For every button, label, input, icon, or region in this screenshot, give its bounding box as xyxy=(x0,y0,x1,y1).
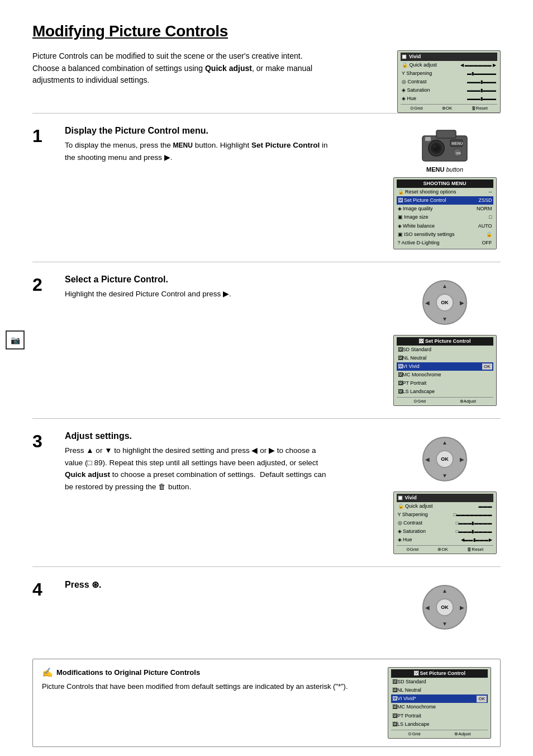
lcd-image-size: ▣ Image size □ xyxy=(397,213,493,221)
intro-text-block: Picture Controls can be modified to suit… xyxy=(32,50,386,103)
dpad-control: ▲ ▼ ◀ ▶ OK xyxy=(422,280,467,325)
step3-sharpening: Y Sharpening □▬▬▬▬▬▬▬▬ xyxy=(397,511,493,519)
step-1-number: 1 xyxy=(32,126,55,145)
dpad-arrow-right-4: ▶ xyxy=(460,604,464,611)
intro-paragraph: Picture Controls can be modified to suit… xyxy=(32,50,323,87)
sidebar-camera-icon: 📷 xyxy=(6,330,25,349)
dpad-control-4: ▲ ▼ ◀ ▶ OK xyxy=(422,585,467,630)
note-portrait: 🖼PT Portrait xyxy=(391,712,488,720)
dpad-arrow-right: ▶ xyxy=(460,299,464,305)
dpad-arrow-right-3: ▶ xyxy=(460,456,464,462)
step-1-images: MENU OK MENU button SHOOTING MENU 🔒 Rese… xyxy=(389,126,501,249)
step-2-content: Select a Picture Control. Highlight the … xyxy=(65,275,379,300)
note-text-block: ✍ Modifications to Original Picture Cont… xyxy=(42,667,377,692)
note-lcd-bottom: ⊙Grid ⊛Adjust xyxy=(391,730,488,736)
note-standard: 🖼SD Standard xyxy=(391,678,488,686)
lcd-row-sharpening: Y Sharpening ▬▮▬▬▬▬▬ xyxy=(401,69,497,78)
dpad-arrow-up-4: ▲ xyxy=(442,588,448,594)
step-4-title: Press ⊛. xyxy=(65,579,379,590)
dpad-arrow-down: ▼ xyxy=(442,316,448,322)
step2-neutral: 🖼NL Neutral xyxy=(397,354,493,362)
step2-portrait: 🖼PT Portrait xyxy=(397,379,493,388)
step-3-title: Adjust settings. xyxy=(65,431,379,441)
step2-monochrome: 🖼MC Monochrome xyxy=(397,371,493,379)
lcd-bottom-intro: ⊙Grid ⊛OK 🗑Reset xyxy=(401,104,497,111)
step2-lcd: 🖼 Set Picture Control 🖼SD Standard 🖼NL N… xyxy=(393,335,497,406)
dpad-step4: ▲ ▼ ◀ ▶ OK xyxy=(422,585,467,630)
step-2-images: ▲ ▼ ◀ ▶ OK 🖼 Set Picture Control 🖼SD Sta… xyxy=(389,275,501,406)
step-1-body: To display the menus, press the MENU but… xyxy=(65,139,333,163)
dpad-step2: ▲ ▼ ◀ ▶ OK xyxy=(422,280,467,325)
lcd-set-picture-control: 🖼 Set Picture Control ZSSD xyxy=(397,196,493,205)
note-lcd: 🖼 Set Picture Control 🖼SD Standard 🖼NL N… xyxy=(388,667,491,738)
step-3-images: ▲ ▼ ◀ ▶ OK ▣ Vivid 🔒 Quick adjust ▬▬▬ Y … xyxy=(389,431,501,554)
lcd-row-quickadjust: 🔒 Quick adjust ◀ ▬▬▬▬▬▬ ▶ xyxy=(401,61,497,69)
note-monochrome: 🖼MC Monochrome xyxy=(391,703,488,711)
intro-section: Picture Controls can be modified to suit… xyxy=(32,50,501,113)
step3-lcd: ▣ Vivid 🔒 Quick adjust ▬▬▬ Y Sharpening … xyxy=(393,492,497,554)
lcd-row-hue: ◈ Hue ▬▬▬▮▬▬▬ xyxy=(401,94,497,103)
lcd-iso-settings: ▣ ISO sensitivity settings 🔒 xyxy=(397,230,493,239)
step2-lcd-title: 🖼 Set Picture Control xyxy=(397,337,493,346)
step3-lcd-title: ▣ Vivid xyxy=(397,494,493,502)
dpad-arrow-up: ▲ xyxy=(442,283,448,289)
lcd-white-balance: ◈ White balance AUTO xyxy=(397,222,493,230)
note-pencil-icon: ✍ xyxy=(42,667,53,678)
lcd-row-saturation: ◈ Saturation ▬▬▬▮▬▬▬ xyxy=(401,86,497,94)
step-3-body: Press ▲ or ▼ to highlight the desired se… xyxy=(65,445,333,493)
step-2-section: 📷 2 Select a Picture Control. Highlight … xyxy=(32,262,501,418)
intro-screen: ▣ Vivid 🔒 Quick adjust ◀ ▬▬▬▬▬▬ ▶ Y Shar… xyxy=(397,50,501,113)
svg-text:OK: OK xyxy=(456,152,461,155)
dpad-ok-center: OK xyxy=(436,294,454,311)
lcd-title-vivid: ▣ Vivid xyxy=(401,53,497,61)
step-3-content: Adjust settings. Press ▲ or ▼ to highlig… xyxy=(65,431,379,493)
step-1-section: 1 Display the Picture Control menu. To d… xyxy=(32,113,501,261)
dpad-arrow-left-4: ◀ xyxy=(425,604,430,611)
note-landscape: 🖼LS Landscape xyxy=(391,720,488,729)
step-2-body: Highlight the desired Picture Control an… xyxy=(65,288,333,300)
note-neutral: 🖼NL Neutral xyxy=(391,686,488,694)
svg-rect-1 xyxy=(436,130,456,138)
lcd-shooting-menu-title: SHOOTING MENU xyxy=(397,179,493,188)
svg-text:MENU: MENU xyxy=(451,141,463,145)
svg-rect-10 xyxy=(425,137,431,141)
step-2-title: Select a Picture Control. xyxy=(65,275,379,285)
step-2-number: 2 xyxy=(32,275,55,294)
note-lcd-title: 🖼 Set Picture Control xyxy=(391,669,488,678)
dpad-ok-center-3: OK xyxy=(436,450,454,468)
dpad-arrow-left: ◀ xyxy=(425,299,430,305)
step2-standard: 🖼SD Standard xyxy=(397,346,493,354)
vivid-lcd-intro: ▣ Vivid 🔒 Quick adjust ◀ ▬▬▬▬▬▬ ▶ Y Shar… xyxy=(397,50,501,113)
note-screen-wrapper: 🖼 Set Picture Control 🖼SD Standard 🖼NL N… xyxy=(388,667,491,738)
step2-vivid: 🖼VI Vivid OK xyxy=(397,362,493,371)
note-body: Picture Controls that have been modified… xyxy=(42,681,377,692)
svg-point-5 xyxy=(434,145,436,148)
note-box: ✍ Modifications to Original Picture Cont… xyxy=(32,659,501,746)
page-title: Modifying Picture Controls xyxy=(32,22,501,40)
camera-svg: MENU OK xyxy=(420,126,470,164)
step2-landscape: 🖼LS Landscape xyxy=(397,388,493,396)
step3-contrast: ◎ Contrast □▬▬▬▮▬▬▬▬ xyxy=(397,519,493,527)
dpad-arrow-up-3: ▲ xyxy=(442,440,448,446)
step-4-content: Press ⊛. xyxy=(65,579,379,593)
lcd-image-quality: ◈ Image quality NORM xyxy=(397,205,493,213)
note-vivid-star: 🖼VI Vivid* OK xyxy=(391,694,488,703)
note-title: ✍ Modifications to Original Picture Cont… xyxy=(42,667,377,678)
lcd-reset-options: 🔒 Reset shooting options -- xyxy=(397,188,493,196)
step3-saturation: ◈ Saturation □▬▬▬▮▬▬▬▬ xyxy=(397,527,493,536)
step3-hue: ◈ Hue ◀▬▬▮▬▬▬▶ xyxy=(397,536,493,544)
dpad-ok-center-4: OK xyxy=(436,598,454,616)
step-3-number: 3 xyxy=(32,431,55,450)
step3-quickadjust: 🔒 Quick adjust ▬▬▬ xyxy=(397,502,493,511)
dpad-arrow-down-4: ▼ xyxy=(442,621,448,627)
dpad-control-3: ▲ ▼ ◀ ▶ OK xyxy=(422,437,467,481)
step-3-section: 3 Adjust settings. Press ▲ or ▼ to highl… xyxy=(32,418,501,566)
menu-button-label: MENU button xyxy=(426,166,463,173)
lcd-active-dlighting: ? Active D-Lighting OFF xyxy=(397,239,493,247)
step-1-title: Display the Picture Control menu. xyxy=(65,126,379,136)
camera-menu-illustration: MENU OK MENU button xyxy=(420,126,470,173)
step-1-content: Display the Picture Control menu. To dis… xyxy=(65,126,379,163)
lcd-row-contrast: ◎ Contrast ▬▬▬▮▬▬▬ xyxy=(401,78,497,86)
step-4-number: 4 xyxy=(32,579,55,598)
step3-lcd-bottom: ⊙Grid ⊛OK 🗑Reset xyxy=(397,545,493,552)
